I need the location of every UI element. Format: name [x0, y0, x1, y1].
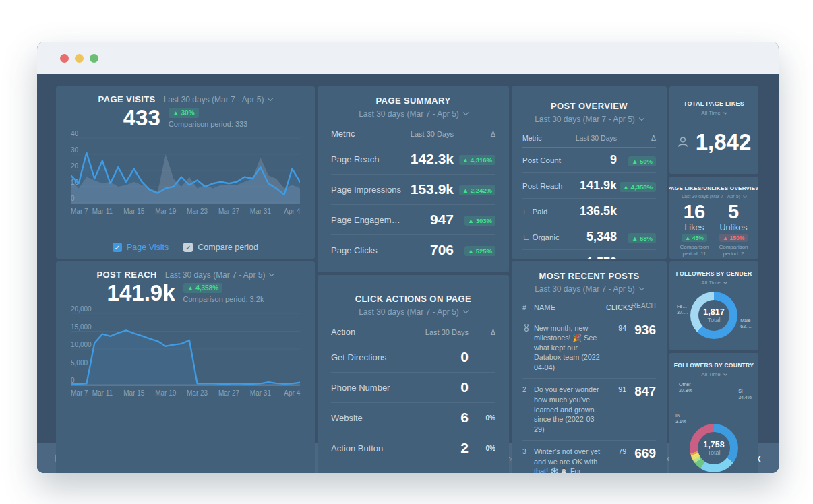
card-title: PAGE LIKES/UNLIKES OVERVIEW — [669, 185, 758, 191]
recent-posts-card: MOST RECENT POSTS Last 30 days (Mar 7 - … — [512, 261, 667, 473]
date-range-value: Last 30 days (Mar 7 - Apr 5) — [359, 307, 459, 317]
delta-badge: ▲ 150% — [719, 234, 748, 242]
date-range-dropdown[interactable]: Last 30 days (Mar 7 - Apr 5) — [359, 307, 468, 317]
donut-total-label: Total — [707, 317, 720, 323]
date-range-dropdown[interactable]: Last 30 days (Mar 7 - Apr 5) — [535, 284, 644, 294]
metric-label: ∟ Viral — [522, 259, 564, 259]
date-range-value: All Time — [701, 280, 720, 286]
delta-badge: ▲ 86% — [628, 259, 656, 259]
app-window: PAGE VISITS Last 30 days (Mar 7 - Apr 5)… — [37, 42, 779, 473]
post-reach: 936 — [626, 323, 656, 373]
metric-value: 706 — [404, 242, 454, 258]
legend-page-visits[interactable]: ✓Page Visits — [113, 243, 169, 252]
date-range-dropdown[interactable]: Last 30 days (Mar 7 - Apr 5) — [682, 194, 746, 199]
comparison-period: Comparison period: 2 — [714, 244, 753, 257]
page-visits-chart: 403020100 — [71, 133, 300, 204]
chevron-down-icon — [723, 372, 727, 376]
donut-label-in: IN3.1% — [675, 412, 686, 424]
unlikes-label: Unlikes — [720, 223, 748, 232]
dashboard: PAGE VISITS Last 30 days (Mar 7 - Apr 5)… — [37, 74, 779, 473]
window-titlebar — [37, 42, 779, 74]
chevron-down-icon — [723, 111, 727, 115]
dashboard-grid: PAGE VISITS Last 30 days (Mar 7 - Apr 5)… — [56, 86, 760, 443]
chevron-down-icon — [743, 194, 747, 198]
donut-label-female: Fe…37.… — [677, 303, 688, 315]
chevron-down-icon — [463, 110, 469, 115]
header-clicks: CLICKS — [606, 303, 626, 313]
table-row: ∟ Viral1,579▲ 86% — [522, 250, 656, 259]
metric-label: Get Directions — [331, 352, 411, 363]
date-range-dropdown[interactable]: Last 30 days (Mar 7 - Apr 5) — [359, 109, 468, 119]
table-row: ∟ Organic5,348▲ 68% — [522, 224, 656, 250]
table-row: Phone Number0 — [331, 373, 495, 403]
legend-label: Page Visits — [127, 243, 169, 252]
donut-label-si: SI34.4% — [738, 388, 752, 400]
x-axis-labels: Mar 7Mar 11Mar 15Mar 19Mar 23Mar 27Mar 3… — [71, 389, 300, 399]
post-row[interactable]: 3 Winter's not over yet and we are OK wi… — [522, 441, 656, 473]
metric-label: Page Engagements — [331, 215, 404, 225]
checkbox-checked-icon[interactable]: ✓ — [183, 243, 193, 252]
delta-badge: ▲ 45% — [682, 234, 707, 242]
header-metric: Action — [331, 327, 411, 337]
post-row[interactable]: 2 Do you ever wonder how much you've lea… — [522, 379, 656, 441]
date-range-dropdown[interactable]: All Time — [701, 280, 726, 286]
legend-compare-period[interactable]: ✓Compare period — [183, 243, 258, 252]
card-title: FOLLOWERS BY GENDER — [676, 270, 752, 277]
post-reach-chart: 20,00015,00010,0005,0000 — [71, 308, 300, 386]
date-range-dropdown[interactable]: All Time — [701, 110, 726, 116]
post-clicks: 91 — [606, 385, 626, 434]
likes-block: 16 Likes ▲ 45% Comparison period: 11 — [675, 201, 714, 257]
date-range-dropdown[interactable]: Last 30 days (Mar 7 - Apr 5) — [164, 95, 273, 104]
metric-value: 947 — [404, 212, 454, 228]
donut-label-male: Male62.… — [740, 317, 752, 329]
post-name: Do you ever wonder how much you've learn… — [534, 385, 606, 434]
table-header: # NAME CLICKS REACH — [522, 303, 656, 317]
likes-unlikes-card: PAGE LIKES/UNLIKES OVERVIEW Last 30 days… — [669, 177, 758, 259]
close-window-icon[interactable] — [60, 54, 69, 63]
chevron-down-icon — [463, 308, 469, 313]
post-name: New month, new milestones! 🎉 See what ke… — [534, 323, 606, 373]
checkbox-checked-icon[interactable]: ✓ — [113, 243, 122, 252]
comparison-period: Comparison period: 3.2k — [183, 295, 264, 303]
person-icon — [677, 136, 689, 148]
delta-badge: ▲ 303% — [464, 216, 495, 226]
metric-label: ∟ Organic — [522, 233, 564, 241]
post-clicks: 79 — [606, 447, 626, 473]
table-row: Post Reach141.9k▲ 4,358% — [522, 173, 656, 199]
date-range-value: Last 30 days (Mar 7 - Apr 5) — [535, 115, 635, 124]
medal-icon — [522, 324, 531, 332]
likes-value: 16 — [684, 201, 705, 222]
maximize-window-icon[interactable] — [90, 54, 98, 63]
date-range-dropdown[interactable]: Last 30 days (Mar 7 - Apr 5) — [165, 270, 274, 280]
metric-label: Page Impressions — [331, 185, 404, 195]
date-range-value: All Time — [701, 110, 720, 116]
post-reach-value: 141.9k — [107, 281, 175, 305]
delta-badge: ▲ 2,242% — [459, 185, 495, 195]
table-row: ∟ Paid136.5k — [522, 199, 656, 224]
card-title: POST OVERVIEW — [522, 101, 656, 111]
gender-donut-chart: 1,817 Total Fe…37.… Male62.… — [675, 286, 753, 344]
header-period: Last 30 Days — [564, 134, 617, 142]
donut-total-label: Total — [707, 449, 720, 456]
post-reach-card: POST REACH Last 30 days (Mar 7 - Apr 5) … — [56, 261, 315, 473]
metric-value: 141.9k — [564, 179, 617, 193]
delta-badge: ▲ 4,316% — [459, 155, 495, 165]
header-period: Last 30 Days — [411, 328, 469, 336]
header-period: Last 30 Days — [404, 130, 454, 138]
click-actions-card: CLICK ACTIONS ON PAGE Last 30 days (Mar … — [318, 275, 509, 473]
date-range-dropdown[interactable]: All Time — [701, 371, 726, 377]
card-title: CLICK ACTIONS ON PAGE — [331, 294, 495, 304]
total-likes-value: 1,842 — [696, 129, 752, 155]
card-title: PAGE VISITS — [98, 94, 156, 104]
x-axis-labels: Mar 7Mar 11Mar 15Mar 19Mar 23Mar 27Mar 3… — [71, 207, 300, 217]
metric-value: 0 — [411, 349, 469, 365]
table-header: Metric Last 30 Days Δ — [331, 129, 495, 144]
country-donut-chart: 1,758 Total Other27.8% SI34.4% US23.6% M… — [675, 377, 753, 473]
minimize-window-icon[interactable] — [75, 54, 84, 63]
post-row[interactable]: New month, new milestones! 🎉 See what ke… — [522, 317, 656, 379]
chevron-down-icon — [639, 285, 644, 290]
table-header: Metric Last 30 Days Δ — [522, 134, 656, 148]
metric-label: Phone Number — [331, 383, 411, 393]
date-range-dropdown[interactable]: Last 30 days (Mar 7 - Apr 5) — [535, 115, 644, 124]
delta-badge: ▲ 4,358% — [620, 182, 656, 192]
